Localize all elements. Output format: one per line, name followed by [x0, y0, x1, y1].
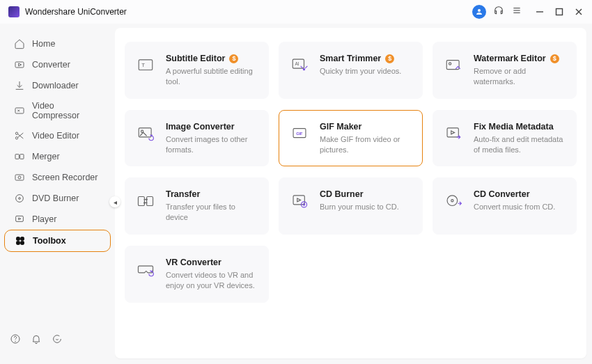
tool-title: Watermark Editor — [474, 54, 546, 63]
sidebar-bottom — [0, 326, 115, 354]
sidebar-item-label: Screen Recorder — [32, 173, 98, 182]
sidebar-item-label: Home — [32, 39, 55, 49]
dvd-icon — [14, 193, 25, 204]
close-icon[interactable] — [574, 7, 584, 17]
svg-rect-15 — [15, 155, 19, 159]
tool-desc: Convert videos to VR and enjoy on your V… — [166, 270, 258, 291]
maximize-icon[interactable] — [554, 7, 564, 17]
tool-watermark-editor[interactable]: Watermark Editor$ Remove or add watermar… — [433, 42, 577, 99]
image-converter-icon — [135, 123, 156, 144]
merger-icon — [14, 151, 25, 162]
tool-smart-trimmer[interactable]: AI Smart Trimmer$ Quicky trim your video… — [279, 42, 423, 99]
cd-converter-icon — [443, 191, 464, 212]
paid-badge-icon: $ — [385, 54, 394, 63]
gif-icon: GIF — [289, 123, 310, 144]
svg-point-52 — [451, 200, 453, 202]
svg-rect-17 — [15, 175, 24, 180]
titlebar: Wondershare UniConverter — [0, 0, 592, 24]
svg-point-51 — [447, 196, 458, 206]
svg-line-14 — [17, 133, 23, 138]
tool-desc: Convert music from CD. — [474, 202, 555, 212]
transfer-icon — [135, 191, 156, 212]
tool-subtitle-editor[interactable]: T Subtitle Editor$ A powerful subtitle e… — [125, 42, 269, 99]
sidebar-item-merger[interactable]: Merger — [4, 146, 111, 167]
tool-image-converter[interactable]: Image Converter Convert images to other … — [125, 110, 269, 167]
sidebar-item-home[interactable]: Home — [4, 33, 111, 54]
tool-title: Image Converter — [166, 122, 235, 132]
svg-marker-22 — [19, 218, 21, 220]
tool-desc: Quicky trim your videos. — [320, 66, 401, 77]
bell-icon[interactable] — [31, 333, 42, 347]
paid-badge-icon: $ — [550, 54, 559, 63]
paid-badge-icon: $ — [229, 54, 238, 63]
tool-title: Subtitle Editor — [166, 54, 225, 63]
collapse-sidebar-icon[interactable]: ◂ — [109, 196, 120, 207]
feedback-icon[interactable] — [52, 333, 63, 347]
sidebar-item-converter[interactable]: Converter — [4, 54, 111, 75]
tool-grid: T Subtitle Editor$ A powerful subtitle e… — [125, 42, 577, 303]
sidebar-item-label: Player — [32, 214, 56, 224]
svg-line-36 — [305, 66, 307, 68]
tool-desc: Remove or add watermarks. — [474, 66, 566, 87]
svg-rect-24 — [21, 237, 24, 241]
sidebar-item-label: Video Compressor — [32, 101, 101, 120]
svg-rect-29 — [139, 60, 153, 70]
tool-title: Fix Media Metadata — [474, 122, 554, 132]
svg-rect-10 — [15, 108, 24, 113]
help-icon[interactable] — [10, 333, 21, 347]
svg-marker-48 — [297, 198, 301, 202]
sidebar-item-player[interactable]: Player — [4, 209, 111, 230]
svg-point-20 — [19, 198, 21, 200]
svg-point-38 — [449, 63, 451, 65]
sidebar-item-downloader[interactable]: Downloader — [4, 75, 111, 96]
support-icon[interactable] — [493, 5, 504, 19]
tool-vr-converter[interactable]: VR Converter Convert videos to VR and en… — [125, 246, 269, 303]
tool-desc: Burn your music to CD. — [320, 202, 399, 212]
compressor-icon — [14, 105, 25, 116]
titlebar-right — [472, 5, 584, 19]
converter-icon — [14, 59, 25, 70]
cd-burner-icon — [289, 191, 310, 212]
sidebar-item-label: Video Editor — [32, 131, 79, 141]
minimize-icon[interactable] — [535, 7, 545, 17]
tool-gif-maker[interactable]: GIF GIF Maker Make GIF from video or pic… — [279, 110, 423, 167]
tool-title: CD Burner — [320, 189, 364, 199]
window-controls — [535, 7, 584, 17]
download-icon — [14, 80, 25, 91]
svg-line-13 — [17, 134, 23, 139]
content-area: T Subtitle Editor$ A powerful subtitle e… — [115, 28, 586, 358]
sidebar-item-label: Converter — [32, 60, 70, 70]
tool-desc: Auto-fix and edit metadata of media file… — [474, 134, 566, 155]
metadata-icon — [443, 123, 464, 144]
tool-title: GIF Maker — [320, 122, 361, 132]
sidebar-item-label: Merger — [32, 152, 60, 161]
tool-transfer[interactable]: Transfer Transfer your files to device — [125, 177, 269, 235]
scissors-icon — [14, 130, 25, 141]
sidebar-item-toolbox[interactable]: Toolbox — [4, 230, 111, 252]
sidebar-item-editor[interactable]: Video Editor — [4, 125, 111, 146]
svg-rect-46 — [147, 197, 153, 206]
sidebar-item-compressor[interactable]: Video Compressor — [4, 96, 111, 125]
trimmer-icon: AI — [289, 55, 310, 76]
tool-title: CD Converter — [474, 189, 530, 199]
sidebar-item-label: Toolbox — [33, 236, 66, 246]
tool-desc: A powerful subtitle editing tool. — [166, 66, 258, 87]
svg-marker-9 — [19, 63, 22, 66]
sidebar-item-recorder[interactable]: Screen Recorder — [4, 167, 111, 188]
svg-rect-5 — [556, 9, 563, 15]
svg-point-34 — [303, 68, 305, 70]
svg-point-40 — [141, 130, 143, 132]
sidebar-item-label: DVD Burner — [32, 193, 79, 203]
tool-cd-converter[interactable]: CD Converter Convert music from CD. — [433, 177, 577, 235]
account-icon[interactable] — [472, 5, 486, 19]
tool-cd-burner[interactable]: CD Burner Burn your music to CD. — [279, 177, 423, 235]
svg-point-18 — [18, 176, 21, 179]
tool-desc: Transfer your files to device — [166, 202, 258, 223]
tool-fix-metadata[interactable]: Fix Media Metadata Auto-fix and edit met… — [433, 110, 577, 167]
sidebar-item-dvd[interactable]: DVD Burner — [4, 188, 111, 209]
svg-rect-26 — [21, 242, 24, 245]
svg-rect-37 — [446, 61, 459, 70]
menu-icon[interactable] — [511, 5, 522, 19]
svg-marker-44 — [451, 131, 455, 134]
svg-rect-25 — [17, 242, 20, 245]
